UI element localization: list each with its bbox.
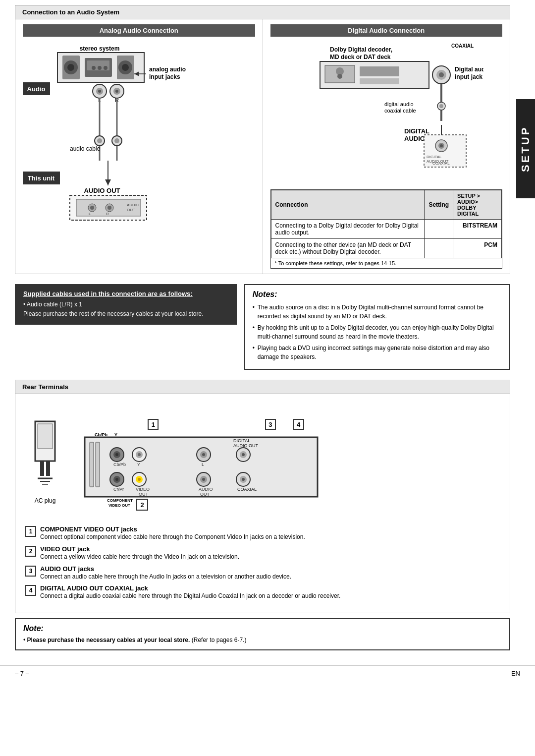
svg-text:stereo system: stereo system <box>80 45 120 52</box>
svg-point-98 <box>202 453 205 456</box>
svg-text:AUDIO OUT: AUDIO OUT <box>233 443 259 448</box>
svg-text:Digital audio: Digital audio <box>455 66 483 73</box>
setting-table: Connection Setting SETUP > AUDIO> DOLBY … <box>270 189 503 269</box>
list-item: Playing back a DVD using incorrect setti… <box>253 344 502 361</box>
connection-body: Analog Audio Connection stereo system <box>15 19 510 274</box>
row2-setting: PCM <box>453 239 502 258</box>
svg-point-107 <box>115 478 118 481</box>
svg-point-116 <box>202 478 205 481</box>
analog-svg: stereo system <box>23 42 236 225</box>
digital-panel-title: Digital Audio Connection <box>270 24 503 37</box>
term-desc-4: Connect a digital audio coaxial cable he… <box>40 592 500 600</box>
digital-panel: Digital Audio Connection COAXIAL Dolby D… <box>263 19 510 274</box>
analog-panel: Analog Audio Connection stereo system <box>15 19 263 274</box>
analog-diagram: stereo system <box>23 42 255 227</box>
svg-point-63 <box>439 104 443 108</box>
svg-text:MD deck or DAT deck: MD deck or DAT deck <box>330 54 391 60</box>
svg-text:L: L <box>202 462 204 467</box>
term-desc-3: Connect an audio cable here through the … <box>40 573 500 581</box>
bottom-row: Supplied cables used in this connection … <box>15 279 510 375</box>
svg-text:AUDIO OUT: AUDIO OUT <box>84 187 120 194</box>
page-container: SETUP Connection to an Audio System Anal… <box>0 0 535 756</box>
connection-header: Connection to an Audio System <box>15 5 510 19</box>
term-title-4: DIGITAL AUDIO OUT COAXIAL jack <box>40 584 500 592</box>
svg-rect-77 <box>38 424 53 449</box>
table-row: Connecting to the other device (an MD de… <box>271 239 502 258</box>
list-item: By hooking this unit up to a Dolby Digit… <box>253 323 502 341</box>
svg-text:COAXIAL: COAXIAL <box>451 43 474 49</box>
setting-col-header: Setting <box>425 190 453 220</box>
table-row: Connecting to a Dolby Digital decoder fo… <box>271 220 502 239</box>
setup-tab-label: SETUP <box>519 125 532 172</box>
svg-text:digital audio: digital audio <box>384 101 414 107</box>
svg-text:DIGITAL: DIGITAL <box>233 438 250 443</box>
term-num-1: 1 <box>25 526 36 537</box>
rear-body: AC plug 1 3 <box>15 394 510 613</box>
bottom-note-title: Note: <box>23 624 502 633</box>
svg-text:COAXIAL: COAXIAL <box>237 487 257 492</box>
list-item: The audio source on a disc in a Dolby Di… <box>253 303 502 321</box>
svg-point-7 <box>92 66 96 70</box>
notes-text: The audio source on a disc in a Dolby Di… <box>253 303 502 361</box>
analog-panel-title: Analog Audio Connection <box>23 24 255 37</box>
notes-col: Notes: The audio source on a disc in a D… <box>244 279 510 375</box>
svg-point-20 <box>98 90 101 93</box>
svg-rect-79 <box>46 461 50 476</box>
list-item: • Audio cable (L/R) x 1 <box>23 300 228 309</box>
section-title: Connection to an Audio System <box>22 8 119 16</box>
svg-text:OUT: OUT <box>139 492 149 497</box>
svg-text:audio cable: audio cable <box>70 145 101 152</box>
terminal-item-2: 2 VIDEO OUT jack Connect a yellow video … <box>25 545 500 561</box>
svg-text:OUT: OUT <box>127 208 135 212</box>
svg-point-121 <box>242 478 245 481</box>
rear-header: Rear Terminals <box>15 380 510 394</box>
svg-rect-86 <box>90 442 94 487</box>
term-content-1: COMPONENT VIDEO OUT jacks Connect option… <box>40 525 500 541</box>
terminal-item-1: 1 COMPONENT VIDEO OUT jacks Connect opti… <box>25 525 500 541</box>
svg-point-90 <box>115 453 118 456</box>
term-num-4: 4 <box>25 585 36 596</box>
supplied-text: • Audio cable (L/R) x 1 Please purchase … <box>23 300 228 319</box>
svg-rect-87 <box>96 442 100 487</box>
svg-point-12 <box>122 64 129 71</box>
bottom-note-bold: Please purchase the necessary cables at … <box>27 637 190 643</box>
svg-text:This unit: This unit <box>28 174 55 182</box>
svg-text:VIDEO: VIDEO <box>136 487 150 492</box>
notes-title: Notes: <box>253 290 502 299</box>
panel-num-4: 4 <box>293 419 304 430</box>
back-panel-container: 1 3 4 C <box>80 419 327 513</box>
svg-rect-54 <box>360 66 399 76</box>
terminal-list: 1 COMPONENT VIDEO OUT jacks Connect opti… <box>25 525 500 600</box>
svg-point-8 <box>98 66 102 70</box>
svg-text:Audio: Audio <box>27 85 46 93</box>
svg-text:Y: Y <box>114 432 117 437</box>
panel-numbers: 1 3 4 <box>80 419 327 430</box>
svg-point-53 <box>337 74 342 79</box>
term-title-3: AUDIO OUT jacks <box>40 565 500 573</box>
digital-diagram: COAXIAL Dolby Digital decoder, MD deck o… <box>270 42 503 182</box>
svg-text:COMPONENT: COMPONENT <box>107 498 133 503</box>
row1-connection: Connecting to a Dolby Digital decoder fo… <box>271 220 425 239</box>
panel-num-3: 3 <box>265 419 276 430</box>
term-num-3: 3 <box>25 566 36 577</box>
svg-text:AUDIO: AUDIO <box>199 487 213 492</box>
terminal-item-3: 3 AUDIO OUT jacks Connect an audio cable… <box>25 565 500 581</box>
setup-tab: SETUP <box>516 99 535 198</box>
svg-point-9 <box>104 66 107 70</box>
term-content-2: VIDEO OUT jack Connect a yellow video ca… <box>40 545 500 561</box>
svg-text:Cb/Pb: Cb/Pb <box>113 462 126 467</box>
term-desc-1: Connect optional component video cable h… <box>40 533 500 541</box>
supplied-title: Supplied cables used in this connection … <box>23 290 228 297</box>
svg-text:2: 2 <box>140 501 144 509</box>
svg-text:input jacks: input jacks <box>149 73 180 80</box>
connection-section: Connection to an Audio System Analog Aud… <box>15 5 510 274</box>
svg-point-4 <box>67 64 74 71</box>
connection-col-header: Connection <box>271 190 425 220</box>
svg-text:R: R <box>106 212 109 216</box>
svg-point-40 <box>90 206 94 210</box>
term-title-2: VIDEO OUT jack <box>40 545 500 553</box>
panel-num-1: 1 <box>148 419 159 430</box>
back-panel-svg: Cb/Pb Y Cb/Pb <box>80 432 327 512</box>
svg-rect-78 <box>40 461 44 476</box>
svg-text:VIDEO OUT: VIDEO OUT <box>108 503 130 508</box>
